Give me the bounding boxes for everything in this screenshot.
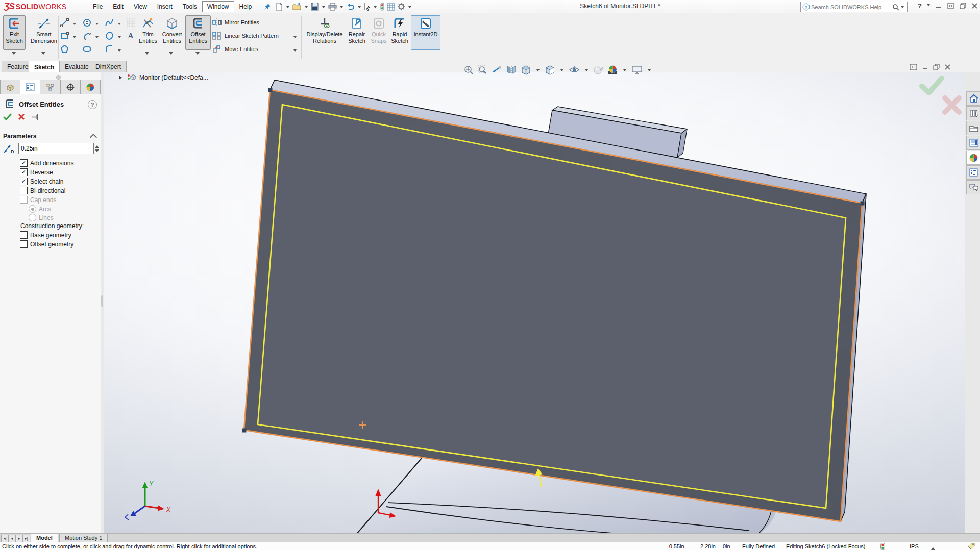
bi-directional-option[interactable]: Bi-directional bbox=[20, 187, 65, 194]
offset-entities-button[interactable]: Offset Entities bbox=[185, 15, 211, 50]
screen-area[interactable] bbox=[258, 105, 846, 508]
view-settings-button[interactable] bbox=[631, 65, 643, 75]
fillet-flyout-caret[interactable] bbox=[118, 49, 121, 53]
menu-window[interactable]: Window bbox=[202, 1, 234, 12]
unit-system[interactable]: IPS bbox=[910, 543, 919, 549]
design-library-tab[interactable] bbox=[966, 106, 980, 120]
tag-icon[interactable] bbox=[968, 543, 975, 550]
last-tab-button[interactable]: ▸| bbox=[22, 535, 30, 542]
previous-window-icon[interactable] bbox=[910, 64, 917, 70]
select-chain-checkbox[interactable]: ✓ bbox=[20, 178, 28, 185]
confirm-cancel-icon[interactable] bbox=[945, 98, 959, 112]
view-orientation-button[interactable] bbox=[521, 65, 531, 76]
panel-resize-grip[interactable] bbox=[56, 75, 61, 80]
cancel-button[interactable] bbox=[18, 113, 25, 120]
mirror-entities-button[interactable]: Mirror Entities bbox=[212, 18, 259, 27]
repair-sketch-button[interactable]: Repair Sketch bbox=[346, 15, 368, 50]
model-tab[interactable]: Model bbox=[31, 534, 58, 542]
search-input[interactable] bbox=[810, 4, 892, 11]
hide-show-items-button[interactable] bbox=[569, 65, 580, 75]
restore-icon[interactable] bbox=[960, 3, 966, 9]
dimxpertmanager-tab[interactable] bbox=[61, 80, 81, 94]
rectangle-tool-button[interactable] bbox=[59, 31, 69, 41]
ellipse-flyout-caret[interactable] bbox=[118, 36, 121, 40]
offset-distance-input[interactable] bbox=[18, 143, 94, 154]
line-tool-button[interactable] bbox=[59, 17, 69, 28]
menu-help[interactable]: Help bbox=[234, 1, 257, 12]
print-caret[interactable] bbox=[340, 6, 343, 10]
unit-system-caret[interactable] bbox=[931, 545, 935, 550]
exit-sketch-flyout-caret[interactable] bbox=[12, 52, 16, 57]
help-button[interactable]: ? bbox=[88, 100, 97, 109]
sketch-picture-button[interactable] bbox=[126, 17, 136, 28]
tab-sketch[interactable]: Sketch bbox=[29, 61, 60, 73]
edit-appearance-button[interactable] bbox=[593, 65, 604, 75]
file-explorer-tab[interactable] bbox=[966, 121, 980, 135]
custom-properties-tab[interactable] bbox=[966, 165, 980, 180]
prev-tab-button[interactable]: ◂ bbox=[8, 535, 16, 542]
menu-file[interactable]: File bbox=[88, 1, 108, 12]
next-tab-button[interactable]: ▸ bbox=[15, 535, 23, 542]
configurationmanager-tab[interactable] bbox=[40, 80, 60, 94]
doc-minimize-icon[interactable] bbox=[922, 64, 928, 70]
move-flyout-caret[interactable] bbox=[293, 49, 297, 53]
menu-view[interactable]: View bbox=[129, 1, 152, 12]
select-cursor-icon[interactable] bbox=[363, 2, 371, 12]
smart-dimension-flyout-caret[interactable] bbox=[41, 52, 45, 57]
spreadsheet-icon[interactable] bbox=[386, 2, 396, 12]
help-caret[interactable] bbox=[927, 4, 930, 8]
doc-close-icon[interactable] bbox=[944, 64, 951, 70]
help-search-box[interactable]: ? bbox=[800, 2, 908, 12]
base-geometry-option[interactable]: Base geometry bbox=[20, 231, 71, 239]
doc-restore-icon[interactable] bbox=[933, 64, 940, 70]
linear-sketch-pattern-button[interactable]: Linear Sketch Pattern bbox=[212, 31, 279, 40]
text-tool-button[interactable]: A bbox=[126, 31, 136, 41]
tree-expander-icon[interactable] bbox=[119, 76, 124, 80]
help-icon[interactable]: ? bbox=[918, 2, 922, 10]
displaymanager-tab[interactable] bbox=[81, 80, 101, 94]
move-entities-button[interactable]: Move Entities bbox=[212, 44, 258, 54]
search-icon[interactable] bbox=[892, 4, 899, 11]
reverse-option[interactable]: ✓ Reverse bbox=[20, 168, 53, 176]
selection-filter-icon[interactable] bbox=[379, 2, 385, 12]
menu-insert[interactable]: Insert bbox=[152, 1, 178, 12]
featuremanager-tab[interactable] bbox=[0, 80, 20, 94]
first-tab-button[interactable]: ◂| bbox=[1, 535, 9, 542]
display-style-caret[interactable] bbox=[560, 69, 564, 73]
parameters-section-header[interactable]: Parameters bbox=[3, 133, 36, 140]
arc-tool-button[interactable] bbox=[82, 31, 92, 41]
pattern-flyout-caret[interactable] bbox=[293, 36, 297, 40]
splitter-handle[interactable] bbox=[101, 295, 103, 307]
previous-view-button[interactable] bbox=[491, 65, 502, 75]
spline-tool-button[interactable] bbox=[104, 17, 114, 28]
rectangle-flyout-caret[interactable] bbox=[73, 36, 76, 40]
fillet-tool-button[interactable] bbox=[104, 44, 114, 54]
offset-geometry-checkbox[interactable] bbox=[20, 240, 28, 248]
slot-tool-button[interactable] bbox=[82, 44, 92, 54]
offset-flyout-caret[interactable] bbox=[195, 52, 200, 57]
spline-flyout-caret[interactable] bbox=[118, 23, 121, 27]
select-caret[interactable] bbox=[374, 6, 377, 10]
ellipse-tool-button[interactable] bbox=[104, 31, 114, 41]
feature-tree-flyout[interactable]: Monitor (Default<<Defa... bbox=[119, 73, 208, 81]
open-icon[interactable] bbox=[292, 2, 302, 12]
exit-sketch-button[interactable]: Exit Sketch bbox=[3, 15, 26, 50]
section-view-button[interactable] bbox=[506, 65, 517, 75]
offset-geometry-option[interactable]: Offset geometry bbox=[20, 240, 74, 248]
home-tab[interactable] bbox=[966, 91, 980, 106]
display-delete-relations-button[interactable]: Display/Delete Relations bbox=[303, 15, 346, 50]
open-caret[interactable] bbox=[305, 6, 308, 10]
close-icon[interactable] bbox=[971, 3, 978, 9]
pin-button[interactable] bbox=[31, 114, 40, 120]
circle-tool-button[interactable] bbox=[82, 17, 92, 28]
tab-evaluate[interactable]: Evaluate bbox=[59, 61, 94, 72]
view-palette-tab[interactable] bbox=[966, 136, 980, 150]
apply-scene-button[interactable] bbox=[607, 65, 618, 75]
pin-menu-icon[interactable] bbox=[264, 3, 271, 10]
line-flyout-caret[interactable] bbox=[73, 23, 76, 27]
stretch-window-icon[interactable] bbox=[947, 3, 954, 9]
motion-study-tab[interactable]: Motion Study 1 bbox=[59, 534, 108, 542]
forum-tab[interactable] bbox=[966, 180, 980, 194]
instant2d-button[interactable]: Instant2D bbox=[411, 15, 440, 50]
options-caret[interactable] bbox=[408, 6, 411, 10]
